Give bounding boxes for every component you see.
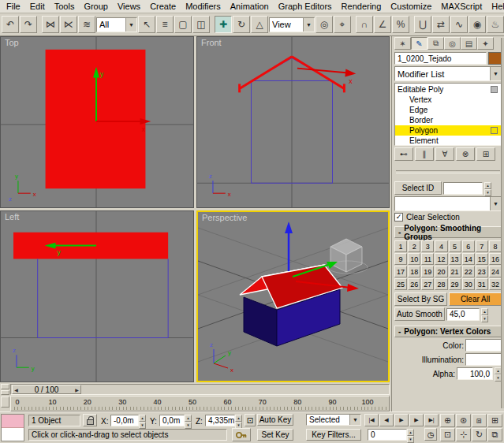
y-spinner[interactable]: ▴▾ — [185, 415, 192, 426]
smoothing-group-15-button[interactable]: 15 — [476, 253, 488, 265]
rectangular-selection-region-icon[interactable]: ▢ — [174, 16, 192, 33]
window-crossing-toggle-icon[interactable]: ◫ — [192, 16, 210, 33]
previous-frame-button[interactable]: ◀ — [379, 414, 394, 426]
smoothing-group-2-button[interactable]: 2 — [408, 240, 420, 252]
time-configuration-button[interactable]: ◷ — [424, 428, 437, 441]
bind-to-space-warp-icon[interactable]: ≋ — [78, 16, 95, 33]
house-wireframe-left-view[interactable] — [38, 259, 168, 337]
trackbar-toggle-button[interactable] — [1, 390, 9, 396]
menu-tools[interactable]: Tools — [50, 1, 80, 12]
smoothing-group-22-button[interactable]: 22 — [462, 266, 475, 277]
menu-views[interactable]: Views — [113, 1, 145, 12]
vertex-colors-rollout-header[interactable]: - Polygon: Vertex Colors — [394, 326, 502, 337]
menu-file[interactable]: File — [2, 1, 25, 12]
pin-stack-icon[interactable]: ⊷ — [394, 147, 413, 161]
smoothing-group-9-button[interactable]: 9 — [394, 253, 407, 265]
spinner-down-icon[interactable]: ▾ — [185, 422, 192, 429]
select-by-name-icon[interactable]: ≡ — [156, 16, 174, 33]
select-id-button[interactable]: Select ID — [394, 181, 442, 195]
auto-smooth-field[interactable]: 45,0 — [446, 308, 480, 321]
set-key-mode-button[interactable] — [232, 428, 251, 441]
material-editor-icon[interactable]: ◉ — [469, 16, 486, 33]
reference-coordinate-system-dropdown[interactable]: View▼ — [269, 17, 315, 32]
named-selection-sets-icon[interactable]: ⋃ — [414, 16, 431, 33]
select-object-icon[interactable]: ↖ — [138, 16, 155, 33]
tab-motion[interactable]: ◎ — [444, 37, 461, 50]
smoothing-group-25-button[interactable]: 25 — [394, 278, 407, 290]
smoothing-group-4-button[interactable]: 4 — [435, 240, 447, 252]
tab-display[interactable]: ▤ — [461, 37, 477, 50]
undo-icon[interactable]: ↶ — [2, 16, 19, 33]
spinner-down-icon[interactable]: ▾ — [407, 436, 414, 443]
smoothing-group-8-button[interactable]: 8 — [489, 240, 502, 252]
zoom-icon[interactable]: ⊕ — [440, 414, 455, 427]
stack-item-element[interactable]: Element — [395, 136, 501, 146]
smoothing-group-28-button[interactable]: 28 — [435, 278, 447, 290]
time-slider-handle[interactable]: ◀ 0 / 100 ▶ — [12, 385, 81, 394]
smoothing-group-24-button[interactable]: 24 — [489, 266, 502, 277]
set-key-button[interactable]: Set Key — [257, 429, 293, 441]
time-slider-track[interactable]: ◀ 0 / 100 ▶ — [10, 384, 390, 395]
auto-smooth-spinner[interactable]: ▴ ▾ — [481, 308, 488, 321]
viewport-top[interactable]: y x y x z Top — [0, 36, 194, 208]
menu-customize[interactable]: Customize — [386, 1, 436, 12]
zoom-extents-all-icon[interactable]: ⊞ — [487, 414, 502, 427]
clear-selection-checkbox[interactable]: ✓ — [394, 213, 403, 222]
auto-smooth-button[interactable]: Auto Smooth — [394, 307, 445, 321]
stack-item-border[interactable]: Border — [395, 115, 501, 125]
object-color-swatch[interactable] — [488, 52, 502, 65]
angle-snap-toggle-icon[interactable]: ∠ — [374, 16, 391, 33]
smoothing-group-14-button[interactable]: 14 — [462, 253, 475, 265]
stack-item-editable-poly[interactable]: Editable Poly — [395, 84, 501, 95]
smoothing-group-12-button[interactable]: 12 — [435, 253, 447, 265]
menu-group[interactable]: Group — [79, 1, 113, 12]
make-unique-icon[interactable]: ∀ — [435, 147, 454, 161]
viewport-front[interactable]: x z x Front — [196, 36, 390, 208]
configure-modifier-sets-icon[interactable]: ⊞ — [476, 147, 495, 161]
spinner-down-icon[interactable]: ▾ — [139, 422, 146, 429]
render-scene-icon[interactable]: ♨ — [487, 16, 504, 33]
select-and-link-icon[interactable]: ⋈ — [42, 16, 59, 33]
house-object[interactable] — [240, 265, 342, 346]
smoothing-group-30-button[interactable]: 30 — [462, 278, 475, 290]
smoothing-group-id-dropdown[interactable]: ▼ — [394, 196, 502, 211]
y-coordinate-field[interactable]: 0,0m — [159, 415, 185, 426]
menu-rendering[interactable]: Rendering — [337, 1, 386, 12]
spinner-down-icon[interactable]: ▾ — [484, 189, 491, 196]
go-to-start-button[interactable]: |◀ — [364, 414, 379, 426]
z-coordinate-field[interactable]: 4,335m — [205, 415, 235, 426]
clear-all-button[interactable]: Clear All — [449, 292, 502, 306]
chevron-down-icon[interactable]: ▼ — [490, 197, 501, 210]
x-coordinate-field[interactable]: -0,0m — [110, 415, 139, 426]
x-spinner[interactable]: ▴▾ — [139, 415, 146, 426]
smoothing-group-3-button[interactable]: 3 — [421, 240, 434, 252]
show-end-result-icon[interactable]: ∥ — [415, 147, 434, 161]
smoothing-group-10-button[interactable]: 10 — [408, 253, 420, 265]
pan-icon[interactable]: ⊹ — [456, 428, 471, 441]
stack-item-edge[interactable]: Edge — [395, 105, 501, 115]
stack-item-polygon[interactable]: Polygon — [395, 125, 501, 136]
spinner-up-icon[interactable]: ▴ — [407, 429, 414, 436]
open-mini-curve-editor-button[interactable] — [1, 384, 9, 389]
zoom-region-icon[interactable]: ⊡ — [440, 428, 455, 441]
select-by-sg-button[interactable]: Select By SG — [394, 292, 447, 306]
next-frame-arrow-icon[interactable]: ▶ — [73, 387, 80, 393]
chevron-down-icon[interactable]: ▼ — [125, 18, 136, 32]
smoothing-group-20-button[interactable]: 20 — [435, 266, 447, 277]
ghost-box-object[interactable] — [328, 239, 368, 274]
play-button[interactable]: ▶ — [394, 414, 409, 426]
zoom-all-icon[interactable]: ⊛ — [456, 414, 471, 427]
select-and-move-icon[interactable]: ✚ — [215, 16, 232, 33]
menu-modifiers[interactable]: Modifiers — [181, 1, 226, 12]
mirror-icon[interactable]: ⇄ — [432, 16, 450, 33]
vertex-color-swatch[interactable] — [465, 339, 502, 352]
menu-graph-editors[interactable]: Graph Editors — [274, 1, 337, 12]
selection-lock-toggle[interactable] — [83, 414, 97, 426]
smoothing-group-11-button[interactable]: 11 — [421, 253, 434, 265]
select-id-field[interactable] — [443, 182, 483, 195]
smoothing-group-13-button[interactable]: 13 — [449, 253, 461, 265]
illumination-swatch[interactable] — [465, 353, 502, 366]
menu-maxscript[interactable]: MAXScript — [436, 1, 487, 12]
mini-listener-macro-pane[interactable] — [2, 415, 24, 428]
alpha-field[interactable]: 100,0 — [457, 367, 493, 380]
